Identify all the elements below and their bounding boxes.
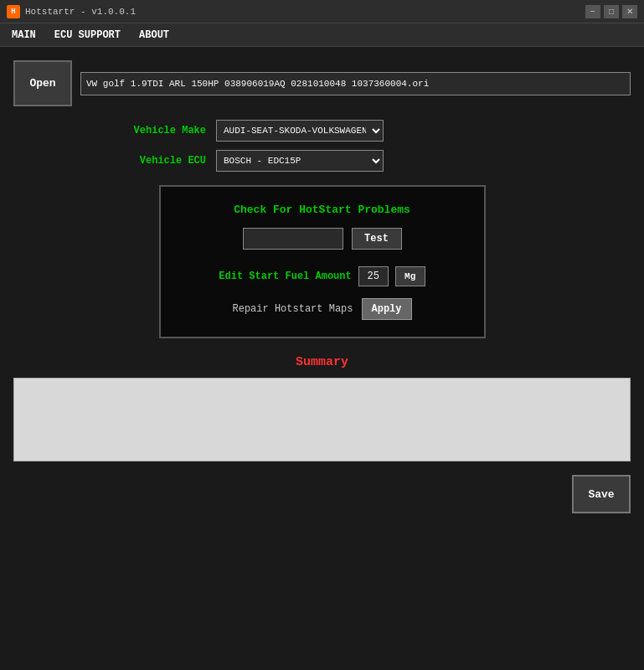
fuel-value-input[interactable]	[358, 266, 389, 286]
fuel-row: Edit Start Fuel Amount Mg	[178, 266, 467, 286]
title-bar-left: H Hotstartr - v1.0.0.1	[7, 5, 136, 18]
test-input[interactable]	[243, 228, 343, 250]
vehicle-ecu-select[interactable]: BOSCH - EDC15P BOSCH - EDC16 SIEMENS - P…	[216, 150, 384, 172]
vehicle-make-select[interactable]: AUDI-SEAT-SKODA-VOLKSWAGEN BMW FORD RENA…	[216, 120, 384, 142]
summary-section: Summary	[13, 355, 631, 465]
title-bar: H Hotstartr - v1.0.0.1 − □ ✕	[0, 0, 644, 23]
menu-item-ecu-support[interactable]: ECU SUPPORT	[46, 26, 129, 44]
app-icon: H	[7, 5, 20, 18]
title-bar-controls: − □ ✕	[585, 5, 637, 18]
main-content: Open Vehicle Make AUDI-SEAT-SKODA-VOLKSW…	[0, 47, 644, 670]
repair-row: Repair Hotstart Maps Apply	[178, 298, 467, 320]
vehicle-ecu-label: Vehicle ECU	[97, 155, 206, 167]
save-row: Save	[13, 475, 631, 513]
vehicle-section: Vehicle Make AUDI-SEAT-SKODA-VOLKSWAGEN …	[13, 120, 631, 172]
summary-title: Summary	[13, 355, 631, 369]
fuel-label: Edit Start Fuel Amount	[219, 271, 351, 282]
summary-textarea[interactable]	[13, 378, 631, 461]
vehicle-make-row: Vehicle Make AUDI-SEAT-SKODA-VOLKSWAGEN …	[13, 120, 631, 142]
menu-item-main[interactable]: MAIN	[3, 26, 44, 44]
file-path-input[interactable]	[80, 72, 631, 95]
mg-button[interactable]: Mg	[395, 266, 425, 286]
open-section: Open	[13, 60, 631, 106]
panel-title: Check For HotStart Problems	[178, 204, 467, 216]
hotstart-panel: Check For HotStart Problems Test Edit St…	[159, 185, 486, 338]
close-button[interactable]: ✕	[622, 5, 637, 18]
menu-bar: MAIN ECU SUPPORT ABOUT	[0, 23, 644, 47]
vehicle-make-label: Vehicle Make	[97, 125, 206, 137]
test-button[interactable]: Test	[352, 228, 402, 250]
vehicle-ecu-row: Vehicle ECU BOSCH - EDC15P BOSCH - EDC16…	[13, 150, 631, 172]
open-button[interactable]: Open	[13, 60, 72, 106]
app-title: Hotstartr - v1.0.0.1	[25, 7, 136, 17]
repair-label: Repair Hotstart Maps	[232, 303, 353, 315]
minimize-button[interactable]: −	[585, 5, 600, 18]
maximize-button[interactable]: □	[604, 5, 619, 18]
apply-button[interactable]: Apply	[362, 298, 412, 320]
save-button[interactable]: Save	[572, 475, 631, 513]
menu-item-about[interactable]: ABOUT	[131, 26, 178, 44]
test-row: Test	[178, 228, 467, 250]
